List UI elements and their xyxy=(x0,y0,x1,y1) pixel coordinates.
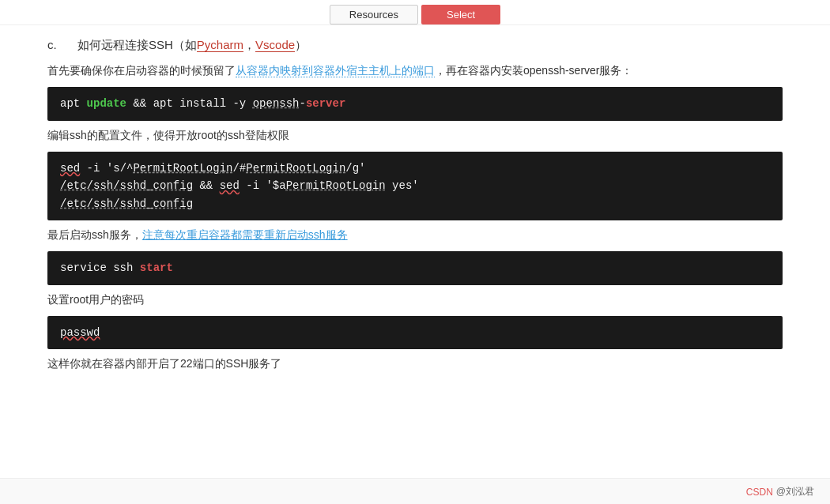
top-bar: Resources Select xyxy=(0,0,830,25)
section-label: c. xyxy=(47,38,71,51)
code-sed1-slash: /# xyxy=(232,162,246,175)
code-sed2: sed xyxy=(220,179,240,192)
description-4: 这样你就在容器内部开启了22端口的SSH服务了 xyxy=(47,354,783,374)
code-sed1-body: -i 's/^ xyxy=(80,162,133,175)
notice-highlight: 注意每次重启容器都需要重新启动ssh服务 xyxy=(142,228,348,241)
code-block-service: service ssh start xyxy=(47,251,783,284)
code-block-passwd: passwd xyxy=(47,316,783,349)
footer-author: @刘泓君 xyxy=(776,485,814,498)
code-service-start: start xyxy=(140,261,173,274)
code-sed1-permit2: PermitRootLogin xyxy=(246,162,345,175)
vscode-link[interactable]: Vscode xyxy=(255,38,295,52)
description-2: 编辑ssh的配置文件，使得开放root的ssh登陆权限 xyxy=(47,126,783,145)
port-mapping-link[interactable]: 从容器内映射到容器外宿主主机上的端口 xyxy=(236,64,435,77)
code-sed2-pre: && xyxy=(193,179,220,192)
code-sed1-end: /g' xyxy=(345,162,365,175)
code-sed2-permit: PermitRootLogin xyxy=(286,179,386,192)
code-service-pre: service ssh xyxy=(60,261,140,274)
code-sed1: sed xyxy=(60,162,80,175)
notice-text: 最后启动ssh服务，注意每次重启容器都需要重新启动ssh服务 xyxy=(47,225,783,245)
code-apt-pre: apt xyxy=(60,97,87,110)
description-3: 设置root用户的密码 xyxy=(47,290,783,310)
code-apt-update: update xyxy=(87,97,126,110)
code-sed2-yes: yes' xyxy=(386,179,419,192)
section-title: 如何远程连接SSH（如Pycharm，Vscode） xyxy=(77,38,307,53)
code-passwd: passwd xyxy=(60,326,100,339)
pycharm-link[interactable]: Pycharm xyxy=(197,38,243,52)
section-c-header: c. 如何远程连接SSH（如Pycharm，Vscode） xyxy=(47,38,783,53)
select-button[interactable]: Select xyxy=(421,5,500,24)
code-block-apt: apt update && apt install -y openssh-ser… xyxy=(47,87,783,120)
code-apt-suf: && apt install -y xyxy=(126,97,253,110)
code-apt-server-kw: server xyxy=(306,97,345,110)
code-path1: /etc/ssh/sshd_config xyxy=(60,179,193,192)
code-apt-server: - xyxy=(299,97,305,110)
code-sed1-permit: PermitRootLogin xyxy=(133,162,232,175)
footer-brand: CSDN xyxy=(746,487,773,498)
resources-button[interactable]: Resources xyxy=(330,5,418,24)
code-block-sed: sed -i 's/^PermitRootLogin/#PermitRootLo… xyxy=(47,152,783,220)
code-path2: /etc/ssh/sshd_config xyxy=(60,197,193,210)
code-apt-openssh: openssh xyxy=(253,97,300,110)
main-content: Resources Select c. 如何远程连接SSH（如Pycharm，V… xyxy=(0,0,830,504)
code-sed2-body: -i '$a xyxy=(240,179,286,192)
content-area: c. 如何远程连接SSH（如Pycharm，Vscode） 首先要确保你在启动容… xyxy=(0,25,830,415)
footer-bar: CSDN @刘泓君 xyxy=(0,478,830,504)
description-1: 首先要确保你在启动容器的时候预留了从容器内映射到容器外宿主主机上的端口，再在容器… xyxy=(47,61,783,81)
